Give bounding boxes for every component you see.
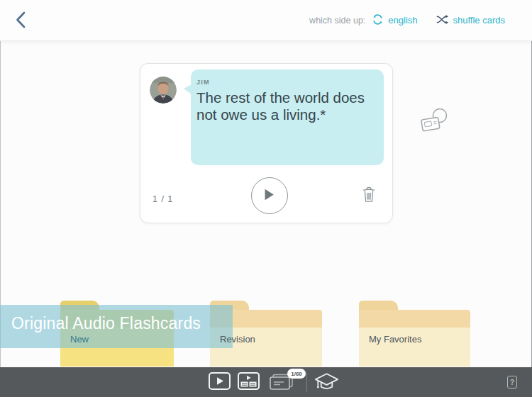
refresh-icon	[372, 13, 384, 28]
deck-title-banner: Original Audio Flashcards	[0, 305, 233, 348]
language-label: english	[388, 15, 417, 26]
flashcard[interactable]: JIM The rest of the world does not owe u…	[140, 63, 393, 223]
video-mode-button[interactable]	[209, 372, 231, 392]
speaker-name: JIM	[196, 79, 378, 86]
folder-revision-label: Revision	[220, 334, 255, 345]
folder-favorites[interactable]: My Favorites	[359, 301, 470, 367]
toolbar-divider	[306, 372, 307, 392]
graduation-cap-icon	[313, 385, 340, 396]
chevron-left-icon	[13, 21, 28, 31]
card-front-text: The rest of the world does not owe us a …	[196, 89, 379, 123]
play-icon	[263, 188, 275, 203]
learn-mode-button[interactable]	[313, 371, 340, 396]
speech-bubble: JIM The rest of the world does not owe u…	[191, 69, 384, 165]
folder-band	[359, 310, 470, 328]
shuffle-cards-button[interactable]: shuffle cards	[436, 14, 505, 27]
card-counter: 1 / 1	[153, 194, 173, 204]
deck-title: Original Audio Flashcards	[11, 314, 201, 333]
question-mark-icon: ?	[507, 376, 517, 388]
bottom-toolbar: 1/60 ?	[0, 367, 532, 397]
folder-favorites-label: My Favorites	[369, 334, 421, 345]
trash-icon	[362, 194, 375, 205]
shuffle-icon	[436, 14, 449, 27]
play-audio-button[interactable]	[251, 177, 288, 214]
language-toggle-button[interactable]: english	[372, 13, 417, 28]
flip-card-icon	[419, 127, 451, 138]
topbar-controls: which side up: english	[309, 0, 505, 40]
which-side-up-label: which side up:	[309, 16, 365, 26]
help-button[interactable]: ?	[505, 374, 519, 391]
back-button[interactable]	[10, 10, 31, 31]
flip-card-button[interactable]	[419, 106, 451, 135]
speaker-avatar	[150, 77, 177, 104]
video-play-icon	[209, 381, 231, 392]
captions-mode-button[interactable]	[238, 372, 260, 392]
folder-new-label: New	[70, 334, 89, 345]
speech-bubble-tail	[184, 84, 192, 94]
flashcards-app-screen: which side up: english	[0, 0, 532, 397]
delete-card-button[interactable]	[361, 186, 377, 204]
shuffle-label: shuffle cards	[453, 15, 505, 26]
topbar: which side up: english	[0, 0, 532, 40]
video-captions-icon	[238, 381, 260, 392]
cards-count-badge: 1/60	[287, 369, 306, 379]
card-stack-icon	[267, 384, 294, 394]
